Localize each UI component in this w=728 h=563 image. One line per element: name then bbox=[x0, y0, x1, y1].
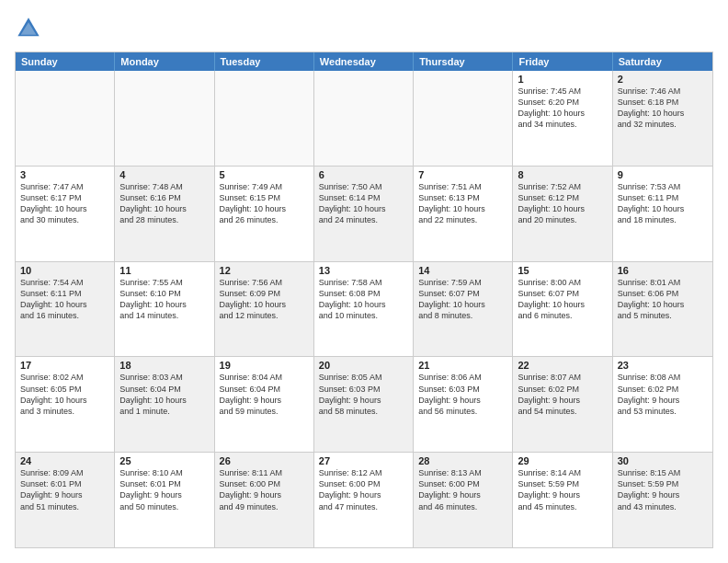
calendar-cell: 10Sunrise: 7:54 AM Sunset: 6:11 PM Dayli… bbox=[16, 262, 115, 357]
header bbox=[15, 15, 713, 42]
day-number: 28 bbox=[418, 455, 507, 466]
calendar-cell: 16Sunrise: 8:01 AM Sunset: 6:06 PM Dayli… bbox=[613, 262, 712, 357]
calendar-cell: 11Sunrise: 7:55 AM Sunset: 6:10 PM Dayli… bbox=[115, 262, 214, 357]
calendar-week-row: 24Sunrise: 8:09 AM Sunset: 6:01 PM Dayli… bbox=[16, 453, 712, 547]
calendar-week-row: 1Sunrise: 7:45 AM Sunset: 6:20 PM Daylig… bbox=[16, 71, 712, 167]
calendar-header-cell: Tuesday bbox=[215, 52, 314, 71]
day-number: 24 bbox=[20, 455, 109, 466]
day-number: 1 bbox=[518, 74, 607, 85]
calendar-header-cell: Monday bbox=[115, 52, 214, 71]
calendar-cell: 30Sunrise: 8:15 AM Sunset: 5:59 PM Dayli… bbox=[613, 453, 712, 547]
calendar-cell: 9Sunrise: 7:53 AM Sunset: 6:11 PM Daylig… bbox=[613, 167, 712, 261]
cell-info: Sunrise: 8:11 AM Sunset: 6:00 PM Dayligh… bbox=[220, 467, 309, 512]
day-number: 27 bbox=[319, 455, 408, 466]
cell-info: Sunrise: 7:47 AM Sunset: 6:17 PM Dayligh… bbox=[20, 181, 109, 226]
calendar-week-row: 17Sunrise: 8:02 AM Sunset: 6:05 PM Dayli… bbox=[16, 357, 712, 453]
calendar-cell: 17Sunrise: 8:02 AM Sunset: 6:05 PM Dayli… bbox=[16, 357, 115, 452]
calendar-week-row: 10Sunrise: 7:54 AM Sunset: 6:11 PM Dayli… bbox=[16, 262, 712, 358]
calendar-cell bbox=[16, 71, 115, 166]
day-number: 4 bbox=[119, 169, 209, 180]
calendar-cell: 21Sunrise: 8:06 AM Sunset: 6:03 PM Dayli… bbox=[414, 357, 513, 452]
day-number: 7 bbox=[418, 169, 507, 180]
page: SundayMondayTuesdayWednesdayThursdayFrid… bbox=[0, 0, 728, 563]
day-number: 23 bbox=[618, 360, 708, 371]
day-number: 2 bbox=[618, 74, 708, 85]
day-number: 13 bbox=[319, 265, 408, 276]
calendar-cell bbox=[414, 71, 513, 166]
calendar-cell: 23Sunrise: 8:08 AM Sunset: 6:02 PM Dayli… bbox=[613, 357, 712, 452]
calendar-cell: 24Sunrise: 8:09 AM Sunset: 6:01 PM Dayli… bbox=[16, 453, 115, 547]
calendar-cell: 26Sunrise: 8:11 AM Sunset: 6:00 PM Dayli… bbox=[215, 453, 314, 547]
day-number: 8 bbox=[518, 169, 607, 180]
calendar-cell: 22Sunrise: 8:07 AM Sunset: 6:02 PM Dayli… bbox=[513, 357, 612, 452]
day-number: 14 bbox=[418, 265, 507, 276]
cell-info: Sunrise: 7:56 AM Sunset: 6:09 PM Dayligh… bbox=[220, 277, 309, 322]
cell-info: Sunrise: 7:46 AM Sunset: 6:18 PM Dayligh… bbox=[618, 86, 708, 131]
calendar-header-cell: Saturday bbox=[613, 52, 712, 71]
calendar-cell: 14Sunrise: 7:59 AM Sunset: 6:07 PM Dayli… bbox=[414, 262, 513, 357]
cell-info: Sunrise: 7:49 AM Sunset: 6:15 PM Dayligh… bbox=[220, 181, 309, 226]
calendar-cell bbox=[314, 71, 414, 166]
cell-info: Sunrise: 8:07 AM Sunset: 6:02 PM Dayligh… bbox=[518, 372, 607, 417]
cell-info: Sunrise: 7:52 AM Sunset: 6:12 PM Dayligh… bbox=[518, 181, 607, 226]
calendar-cell: 13Sunrise: 7:58 AM Sunset: 6:08 PM Dayli… bbox=[314, 262, 414, 357]
calendar-body: 1Sunrise: 7:45 AM Sunset: 6:20 PM Daylig… bbox=[16, 71, 712, 547]
logo-icon bbox=[15, 15, 42, 42]
calendar-cell: 25Sunrise: 8:10 AM Sunset: 6:01 PM Dayli… bbox=[115, 453, 214, 547]
day-number: 25 bbox=[119, 455, 209, 466]
day-number: 29 bbox=[518, 455, 607, 466]
cell-info: Sunrise: 8:02 AM Sunset: 6:05 PM Dayligh… bbox=[20, 372, 109, 417]
cell-info: Sunrise: 7:59 AM Sunset: 6:07 PM Dayligh… bbox=[418, 277, 507, 322]
logo bbox=[15, 15, 46, 42]
day-number: 6 bbox=[319, 169, 408, 180]
calendar-cell: 2Sunrise: 7:46 AM Sunset: 6:18 PM Daylig… bbox=[613, 71, 712, 166]
cell-info: Sunrise: 8:03 AM Sunset: 6:04 PM Dayligh… bbox=[119, 372, 209, 417]
day-number: 9 bbox=[618, 169, 708, 180]
calendar-cell: 7Sunrise: 7:51 AM Sunset: 6:13 PM Daylig… bbox=[414, 167, 513, 261]
calendar-cell: 28Sunrise: 8:13 AM Sunset: 6:00 PM Dayli… bbox=[414, 453, 513, 547]
cell-info: Sunrise: 8:01 AM Sunset: 6:06 PM Dayligh… bbox=[618, 277, 708, 322]
calendar: SundayMondayTuesdayWednesdayThursdayFrid… bbox=[15, 52, 713, 548]
calendar-cell: 29Sunrise: 8:14 AM Sunset: 5:59 PM Dayli… bbox=[513, 453, 612, 547]
day-number: 12 bbox=[220, 265, 309, 276]
calendar-cell: 3Sunrise: 7:47 AM Sunset: 6:17 PM Daylig… bbox=[16, 167, 115, 261]
calendar-cell: 1Sunrise: 7:45 AM Sunset: 6:20 PM Daylig… bbox=[513, 71, 612, 166]
calendar-cell: 4Sunrise: 7:48 AM Sunset: 6:16 PM Daylig… bbox=[115, 167, 214, 261]
calendar-cell: 15Sunrise: 8:00 AM Sunset: 6:07 PM Dayli… bbox=[513, 262, 612, 357]
day-number: 26 bbox=[220, 455, 309, 466]
cell-info: Sunrise: 8:15 AM Sunset: 5:59 PM Dayligh… bbox=[618, 467, 708, 512]
day-number: 5 bbox=[220, 169, 309, 180]
calendar-header-cell: Wednesday bbox=[314, 52, 414, 71]
day-number: 22 bbox=[518, 360, 607, 371]
calendar-header-cell: Thursday bbox=[414, 52, 513, 71]
cell-info: Sunrise: 8:06 AM Sunset: 6:03 PM Dayligh… bbox=[418, 372, 507, 417]
day-number: 30 bbox=[618, 455, 708, 466]
calendar-cell: 20Sunrise: 8:05 AM Sunset: 6:03 PM Dayli… bbox=[314, 357, 414, 452]
cell-info: Sunrise: 8:13 AM Sunset: 6:00 PM Dayligh… bbox=[418, 467, 507, 512]
calendar-cell bbox=[215, 71, 314, 166]
cell-info: Sunrise: 7:48 AM Sunset: 6:16 PM Dayligh… bbox=[119, 181, 209, 226]
day-number: 15 bbox=[518, 265, 607, 276]
cell-info: Sunrise: 7:45 AM Sunset: 6:20 PM Dayligh… bbox=[518, 86, 607, 131]
cell-info: Sunrise: 8:09 AM Sunset: 6:01 PM Dayligh… bbox=[20, 467, 109, 512]
day-number: 17 bbox=[20, 360, 109, 371]
day-number: 20 bbox=[319, 360, 408, 371]
day-number: 11 bbox=[119, 265, 209, 276]
cell-info: Sunrise: 8:10 AM Sunset: 6:01 PM Dayligh… bbox=[119, 467, 209, 512]
cell-info: Sunrise: 8:08 AM Sunset: 6:02 PM Dayligh… bbox=[618, 372, 708, 417]
calendar-header: SundayMondayTuesdayWednesdayThursdayFrid… bbox=[16, 52, 712, 71]
day-number: 19 bbox=[220, 360, 309, 371]
calendar-cell: 5Sunrise: 7:49 AM Sunset: 6:15 PM Daylig… bbox=[215, 167, 314, 261]
cell-info: Sunrise: 7:51 AM Sunset: 6:13 PM Dayligh… bbox=[418, 181, 507, 226]
cell-info: Sunrise: 8:04 AM Sunset: 6:04 PM Dayligh… bbox=[220, 372, 309, 417]
day-number: 21 bbox=[418, 360, 507, 371]
cell-info: Sunrise: 7:58 AM Sunset: 6:08 PM Dayligh… bbox=[319, 277, 408, 322]
cell-info: Sunrise: 8:12 AM Sunset: 6:00 PM Dayligh… bbox=[319, 467, 408, 512]
cell-info: Sunrise: 7:54 AM Sunset: 6:11 PM Dayligh… bbox=[20, 277, 109, 322]
cell-info: Sunrise: 8:00 AM Sunset: 6:07 PM Dayligh… bbox=[518, 277, 607, 322]
calendar-header-cell: Sunday bbox=[16, 52, 115, 71]
calendar-cell: 12Sunrise: 7:56 AM Sunset: 6:09 PM Dayli… bbox=[215, 262, 314, 357]
day-number: 10 bbox=[20, 265, 109, 276]
day-number: 18 bbox=[119, 360, 209, 371]
cell-info: Sunrise: 7:50 AM Sunset: 6:14 PM Dayligh… bbox=[319, 181, 408, 226]
